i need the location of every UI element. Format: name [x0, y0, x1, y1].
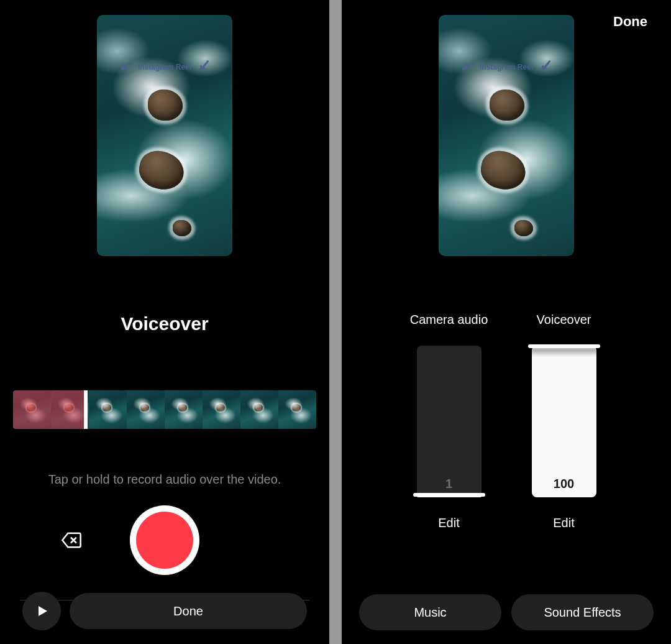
- top-done-label: Done: [613, 14, 647, 29]
- mixer-channel: Camera audio1Edit: [404, 303, 494, 530]
- timeline-frame: [165, 390, 203, 429]
- audio-mixer-panel: Done Instagram Reel Camera audio1EditVoi…: [342, 0, 671, 644]
- backspace-x-icon: [60, 529, 83, 551]
- voiceover-panel: Instagram Reel Voiceover Tap or hold to …: [0, 0, 329, 644]
- arrow-down-right-icon: [457, 58, 477, 76]
- done-button-label: Done: [173, 604, 203, 619]
- channel-label: Camera audio: [410, 303, 488, 336]
- timeline-frame: [127, 390, 165, 429]
- timeline-frame: [89, 390, 127, 429]
- sound-effects-button[interactable]: Sound Effects: [511, 594, 654, 630]
- sound-effects-button-label: Sound Effects: [544, 605, 621, 620]
- volume-slider[interactable]: 1: [417, 346, 482, 497]
- video-preview[interactable]: Instagram Reel: [439, 15, 574, 256]
- delete-last-recording-button[interactable]: [59, 528, 84, 553]
- edit-channel-button[interactable]: Edit: [553, 516, 574, 530]
- audio-mixer: Camera audio1EditVoiceover100Edit: [342, 303, 671, 530]
- play-button[interactable]: [22, 592, 61, 630]
- arrow-down-right-icon: [116, 58, 135, 76]
- video-overlay-text: Instagram Reel: [480, 63, 533, 71]
- slider-value: 1: [417, 477, 482, 491]
- playhead[interactable]: [84, 390, 88, 429]
- slider-thumb[interactable]: [528, 344, 600, 348]
- mixer-channel: Voiceover100Edit: [519, 303, 609, 530]
- done-button[interactable]: Done: [70, 593, 307, 629]
- slider-thumb[interactable]: [413, 493, 485, 497]
- play-icon: [34, 604, 49, 619]
- timeline-frame: [278, 390, 316, 429]
- music-button[interactable]: Music: [359, 594, 501, 630]
- timeline-frame: [240, 390, 278, 429]
- record-indicator-icon: [136, 512, 193, 569]
- voiceover-title: Voiceover: [121, 313, 208, 334]
- video-overlay-label: Instagram Reel: [439, 60, 574, 75]
- video-overlay-text: Instagram Reel: [138, 63, 191, 71]
- arrow-down-left-icon: [536, 58, 555, 76]
- volume-slider[interactable]: 100: [532, 346, 596, 497]
- recorded-region: [13, 390, 86, 429]
- video-preview[interactable]: Instagram Reel: [97, 15, 232, 256]
- record-instruction: Tap or hold to record audio over the vid…: [48, 472, 281, 487]
- timeline-scrubber[interactable]: [13, 390, 316, 429]
- slider-value: 100: [532, 477, 596, 491]
- arrow-down-left-icon: [194, 58, 214, 76]
- music-button-label: Music: [414, 605, 446, 620]
- video-overlay-label: Instagram Reel: [97, 60, 232, 75]
- record-button[interactable]: [130, 505, 199, 575]
- top-done-button[interactable]: Done: [613, 14, 647, 30]
- edit-channel-button[interactable]: Edit: [438, 516, 459, 530]
- channel-label: Voiceover: [537, 303, 591, 336]
- timeline-frame: [203, 390, 240, 429]
